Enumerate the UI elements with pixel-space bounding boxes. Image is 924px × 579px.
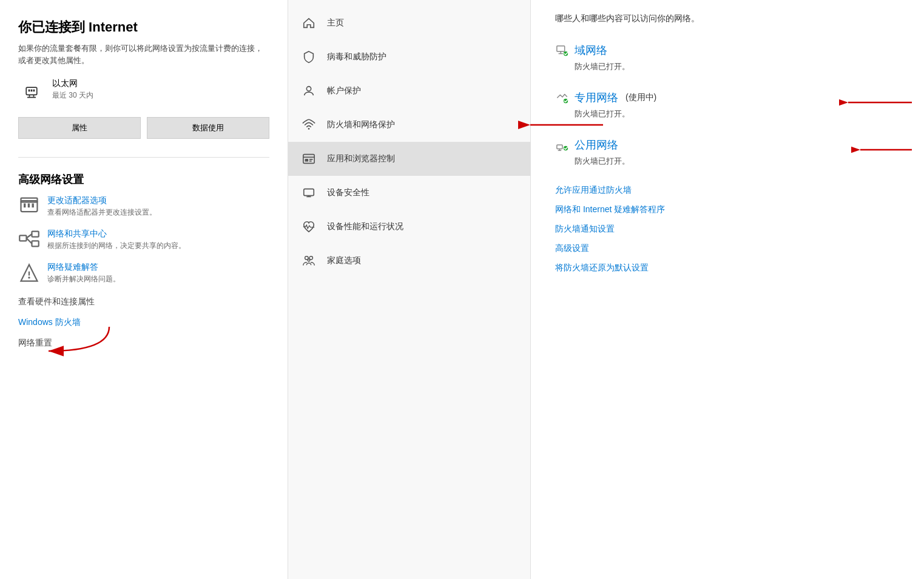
nav-performance-label: 设备性能和运行状况 xyxy=(327,221,403,232)
bottom-links: 查看硬件和连接属性 Windows 防火墙 网络重置 xyxy=(18,296,269,349)
svg-rect-10 xyxy=(28,204,30,208)
nav-device-security[interactable]: 设备安全性 xyxy=(288,176,530,210)
adapter-title: 更改适配器选项 xyxy=(47,195,157,206)
svg-rect-11 xyxy=(32,204,34,208)
svg-rect-2 xyxy=(33,95,35,97)
network-troubleshoot-link[interactable]: 网络和 Internet 疑难解答程序 xyxy=(555,204,900,215)
svg-rect-1 xyxy=(29,95,30,97)
windows-firewall-link[interactable]: Windows 防火墙 xyxy=(18,317,81,328)
nav-account-label: 帐户保护 xyxy=(327,85,361,96)
troubleshoot-desc: 诊断并解决网络问题。 xyxy=(47,274,120,284)
private-network-title[interactable]: 专用网络 xyxy=(575,90,618,105)
advanced-section-title: 高级网络设置 xyxy=(18,172,269,187)
hardware-link: 查看硬件和连接属性 xyxy=(18,296,269,307)
svg-line-16 xyxy=(27,238,32,244)
right-links: 允许应用通过防火墙 网络和 Internet 疑难解答程序 防火墙通知设置 高级… xyxy=(555,185,900,273)
svg-rect-9 xyxy=(24,204,25,208)
domain-network-status: 防火墙已打开。 xyxy=(575,61,900,72)
private-network-status: 防火墙已打开。 xyxy=(575,109,900,119)
svg-rect-25 xyxy=(305,159,309,162)
allow-apps-link[interactable]: 允许应用通过防火墙 xyxy=(555,185,900,196)
troubleshoot-item[interactable]: 网络疑难解答 诊断并解决网络问题。 xyxy=(18,262,269,284)
troubleshoot-title: 网络疑难解答 xyxy=(47,262,120,273)
domain-status-icon xyxy=(555,43,570,58)
network-reset-link[interactable]: 网络重置 xyxy=(18,338,269,349)
svg-rect-5 xyxy=(31,90,33,92)
adapter-icon xyxy=(18,195,40,217)
troubleshoot-icon xyxy=(18,262,40,284)
svg-rect-28 xyxy=(304,189,314,196)
svg-rect-13 xyxy=(32,232,39,237)
adapter-desc: 查看网络适配器并更改连接设置。 xyxy=(47,207,157,218)
svg-rect-26 xyxy=(309,159,313,160)
private-network-block: 专用网络 (使用中) 防火墙已打开。 xyxy=(555,90,900,119)
svg-point-20 xyxy=(306,87,311,91)
domain-network-title[interactable]: 域网络 xyxy=(575,43,607,58)
wifi-icon xyxy=(300,116,317,133)
nav-virus[interactable]: 病毒和威胁防护 xyxy=(288,40,530,74)
svg-point-21 xyxy=(308,128,310,130)
heart-icon xyxy=(300,218,317,235)
nav-firewall[interactable]: 防火墙和网络保护 xyxy=(288,108,530,142)
svg-rect-27 xyxy=(309,161,312,162)
svg-rect-23 xyxy=(303,155,314,164)
public-network-block: 公用网络 防火墙已打开。 xyxy=(555,138,900,167)
firewall-notification-link[interactable]: 防火墙通知设置 xyxy=(555,224,900,235)
sharing-title: 网络和共享中心 xyxy=(47,229,186,239)
nav-family-label: 家庭选项 xyxy=(327,255,361,266)
sharing-desc: 根据所连接到的网络，决定要共享的内容。 xyxy=(47,241,186,251)
nav-panel: 主页 病毒和威胁防护 帐户保护 防火墙和网络保护 xyxy=(288,0,531,579)
svg-point-33 xyxy=(308,259,310,261)
shield-icon xyxy=(300,49,317,65)
svg-rect-40 xyxy=(557,145,562,149)
nav-account[interactable]: 帐户保护 xyxy=(288,74,530,108)
ethernet-item: 以太网 最近 30 天内 xyxy=(18,78,269,105)
svg-rect-4 xyxy=(29,90,30,92)
person-icon xyxy=(300,82,317,99)
nav-virus-label: 病毒和威胁防护 xyxy=(327,52,386,62)
home-icon xyxy=(300,15,317,32)
sharing-center-item[interactable]: 网络和共享中心 根据所连接到的网络，决定要共享的内容。 xyxy=(18,229,269,251)
network-days: 最近 30 天内 xyxy=(52,90,93,101)
sharing-icon xyxy=(18,229,40,250)
nav-home[interactable]: 主页 xyxy=(288,6,530,40)
public-network-title[interactable]: 公用网络 xyxy=(575,138,618,152)
public-status-icon xyxy=(555,138,570,152)
network-name: 以太网 xyxy=(52,78,93,89)
nav-app-control[interactable]: 应用和浏览器控制 xyxy=(288,142,530,176)
nav-family[interactable]: 家庭选项 xyxy=(288,244,530,278)
page-title: 你已连接到 Internet xyxy=(18,18,269,36)
adapter-options-item[interactable]: 更改适配器选项 查看网络适配器并更改连接设置。 xyxy=(18,195,269,218)
page-subtitle: 如果你的流量套餐有限，则你可以将此网络设置为按流量计费的连接，或者更改其他属性。 xyxy=(18,42,269,66)
left-panel: 你已连接到 Internet 如果你的流量套餐有限，则你可以将此网络设置为按流量… xyxy=(0,0,288,579)
device-icon xyxy=(300,184,317,201)
svg-rect-3 xyxy=(27,97,36,98)
nav-performance[interactable]: 设备性能和运行状况 xyxy=(288,210,530,244)
right-panel: 哪些人和哪些内容可以访问你的网络。 域网络 防火墙已打开。 xyxy=(531,0,924,579)
svg-rect-14 xyxy=(32,241,39,246)
svg-rect-6 xyxy=(33,90,35,92)
browser-icon xyxy=(300,150,317,167)
data-usage-button[interactable]: 数据使用 xyxy=(147,117,269,139)
private-status-icon xyxy=(555,90,570,105)
ethernet-icon xyxy=(18,78,45,105)
advanced-settings-link[interactable]: 高级设置 xyxy=(555,243,900,254)
svg-rect-34 xyxy=(557,46,565,52)
nav-device-label: 设备安全性 xyxy=(327,187,369,198)
svg-rect-12 xyxy=(19,235,26,241)
nav-app-label: 应用和浏览器控制 xyxy=(327,153,395,164)
public-network-status: 防火墙已打开。 xyxy=(575,156,900,167)
properties-button[interactable]: 属性 xyxy=(18,117,141,139)
svg-point-18 xyxy=(28,276,30,278)
nav-home-label: 主页 xyxy=(327,18,344,28)
nav-firewall-label: 防火墙和网络保护 xyxy=(327,119,395,130)
intro-text: 哪些人和哪些内容可以访问你的网络。 xyxy=(555,12,900,25)
domain-network-block: 域网络 防火墙已打开。 xyxy=(555,43,900,72)
family-icon xyxy=(300,252,317,269)
in-use-badge: (使用中) xyxy=(623,92,656,103)
svg-line-15 xyxy=(27,234,32,238)
restore-defaults-link[interactable]: 将防火墙还原为默认设置 xyxy=(555,263,900,273)
button-row: 属性 数据使用 xyxy=(18,117,269,139)
